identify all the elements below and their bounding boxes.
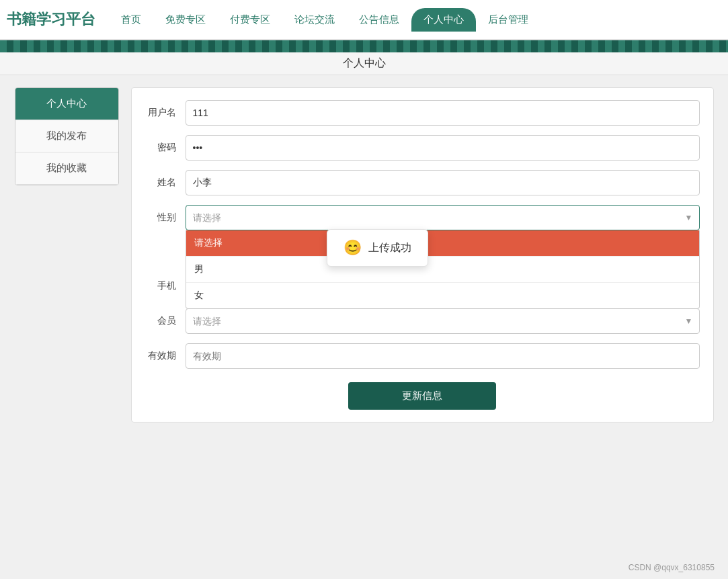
submit-row: 更新信息 [145,382,700,410]
member-label: 会员 [145,315,186,327]
nav-tab-free[interactable]: 免费专区 [153,8,218,32]
name-label: 姓名 [145,177,186,189]
nav-tab-home[interactable]: 首页 [109,8,153,32]
validity-label: 有效期 [145,350,186,362]
nav-tab-notice[interactable]: 公告信息 [347,8,411,32]
gender-dropdown-option-placeholder[interactable]: 请选择 [186,230,699,257]
sidebar-item-posts[interactable]: 我的发布 [15,120,118,152]
member-row: 会员 请选择 ▼ [145,308,700,334]
gender-select-wrapper: 请选择 男 女 ▼ 请选择 男 女 [186,205,700,230]
nav-tabs: 首页 免费专区 付费专区 论坛交流 公告信息 个人中心 后台管理 [109,8,721,32]
gender-dropdown-option-male[interactable]: 男 [186,257,699,283]
username-label: 用户名 [145,107,186,119]
member-select-wrapper: 请选择 ▼ [186,308,700,334]
password-label: 密码 [145,142,186,154]
gender-select[interactable]: 请选择 男 女 [186,205,700,230]
sidebar: 个人中心 我的发布 我的收藏 [15,87,119,185]
nav-tab-admin[interactable]: 后台管理 [476,8,540,32]
nav-tab-forum[interactable]: 论坛交流 [282,8,347,32]
sidebar-item-favorites[interactable]: 我的收藏 [15,152,118,185]
username-input[interactable] [186,100,700,126]
name-row: 姓名 [145,170,700,195]
nav-tab-profile[interactable]: 个人中心 [411,8,476,32]
layout: 个人中心 我的发布 我的收藏 😊 上传成功 用户名 密码 姓名 性别 [8,87,721,422]
name-input[interactable] [186,170,700,195]
password-input[interactable] [186,135,700,161]
gender-label: 性别 [145,212,186,224]
member-select[interactable]: 请选择 [186,308,700,334]
phone-label: 手机 [145,280,186,292]
site-logo: 书籍学习平台 [7,9,95,30]
nav-bar: 书籍学习平台 首页 免费专区 付费专区 论坛交流 公告信息 个人中心 后台管理 [0,0,728,40]
upload-success-toast: 😊 上传成功 [327,229,428,267]
validity-row: 有效期 [145,343,700,369]
page-title: 个人中心 [0,52,728,75]
gender-row: 性别 请选择 男 女 ▼ 请选择 男 女 [145,205,700,230]
decorative-stripe [0,40,728,52]
toast-message: 上传成功 [368,241,411,255]
submit-button[interactable]: 更新信息 [348,382,496,410]
gender-dropdown-option-female[interactable]: 女 [186,283,699,308]
main-content: 😊 上传成功 用户名 密码 姓名 性别 请选择 男 女 [131,87,714,422]
password-row: 密码 [145,135,700,161]
validity-input[interactable] [186,343,700,369]
nav-tab-paid[interactable]: 付费专区 [218,8,282,32]
toast-smiley-icon: 😊 [343,239,362,257]
username-row: 用户名 [145,100,700,126]
sidebar-item-profile[interactable]: 个人中心 [15,88,118,120]
gender-dropdown-list: 请选择 男 女 [186,230,700,309]
